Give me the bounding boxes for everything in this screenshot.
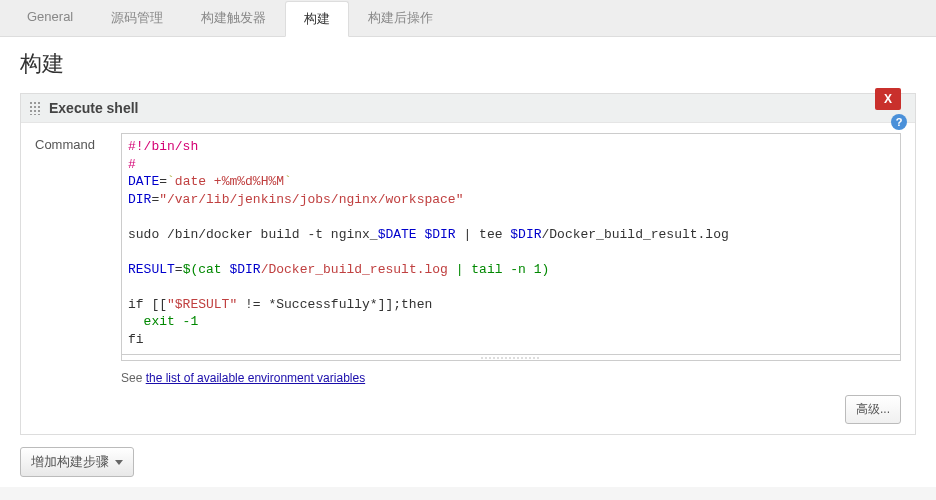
command-textarea[interactable]: #!/bin/sh # DATE=`date +%m%d%H%M` DIR="/… bbox=[121, 133, 901, 355]
chevron-down-icon bbox=[115, 460, 123, 465]
tab-build[interactable]: 构建 bbox=[285, 1, 349, 37]
config-tabs: General 源码管理 构建触发器 构建 构建后操作 bbox=[0, 0, 936, 37]
build-section: 构建 X ? Execute shell Command #!/bin/sh #… bbox=[0, 37, 936, 487]
step-title: Execute shell bbox=[49, 100, 139, 116]
add-build-step-button[interactable]: 增加构建步骤 bbox=[20, 447, 134, 477]
drag-handle-icon[interactable] bbox=[29, 101, 41, 115]
tab-postbuild[interactable]: 构建后操作 bbox=[349, 0, 452, 36]
section-title: 构建 bbox=[20, 49, 916, 79]
tab-scm[interactable]: 源码管理 bbox=[92, 0, 182, 36]
step-body: Command #!/bin/sh # DATE=`date +%m%d%H%M… bbox=[21, 123, 915, 434]
delete-step-button[interactable]: X bbox=[875, 88, 901, 110]
add-step-label: 增加构建步骤 bbox=[31, 453, 109, 471]
tab-triggers[interactable]: 构建触发器 bbox=[182, 0, 285, 36]
env-vars-hint: See the list of available environment va… bbox=[121, 371, 901, 385]
resize-grip-icon[interactable] bbox=[121, 355, 901, 361]
tab-general[interactable]: General bbox=[8, 0, 92, 36]
step-header: Execute shell bbox=[21, 94, 915, 123]
advanced-button[interactable]: 高级... bbox=[845, 395, 901, 424]
command-label: Command bbox=[35, 133, 121, 424]
help-icon[interactable]: ? bbox=[891, 114, 907, 130]
env-vars-link[interactable]: the list of available environment variab… bbox=[146, 371, 365, 385]
build-step-execute-shell: X ? Execute shell Command #!/bin/sh # DA… bbox=[20, 93, 916, 435]
